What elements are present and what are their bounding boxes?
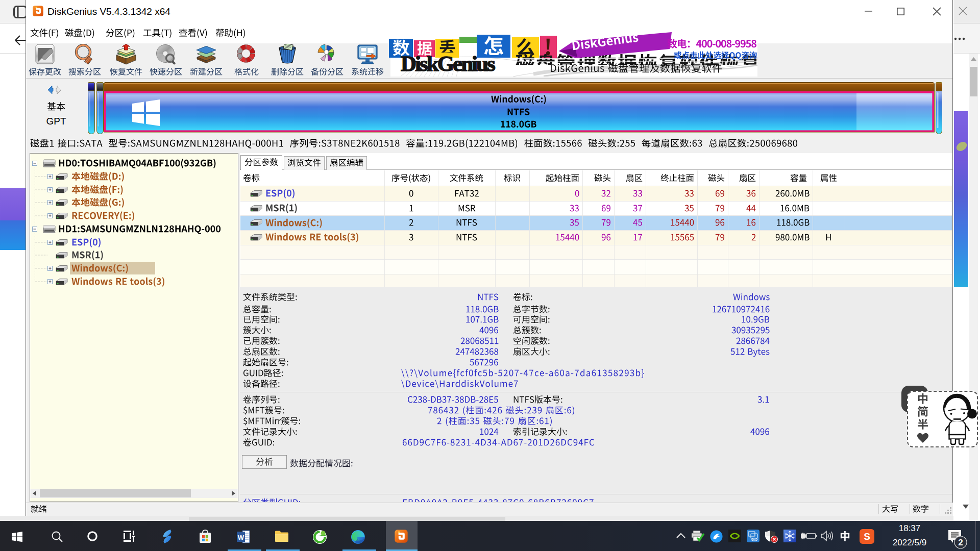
svg-text:S: S xyxy=(864,531,870,542)
svg-text:2: 2 xyxy=(958,538,963,547)
svg-text:W: W xyxy=(238,534,244,541)
svg-text:intel: intel xyxy=(752,539,756,541)
